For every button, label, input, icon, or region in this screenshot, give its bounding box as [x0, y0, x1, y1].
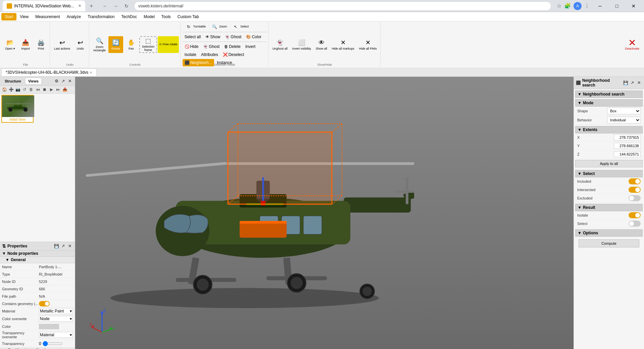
invert-visibility-button[interactable]: ⬜ Invert visibility: [290, 36, 313, 53]
menu-analyze[interactable]: Analyze: [63, 13, 85, 20]
color-swatch[interactable]: [39, 324, 59, 329]
menu-start[interactable]: Start: [1, 13, 16, 20]
ns-close-icon[interactable]: ✕: [636, 80, 642, 86]
deselect-button[interactable]: ❌ Deselect: [221, 51, 246, 58]
bookmark-icon[interactable]: ☆: [557, 3, 561, 9]
trash-icon[interactable]: 🗑: [28, 86, 34, 93]
hide-all-markups-button[interactable]: ✕ Hide all markups: [330, 36, 356, 53]
menu-icon[interactable]: ⋮: [584, 3, 590, 9]
ns-shape-select[interactable]: Box Sphere: [607, 108, 641, 114]
user-avatar[interactable]: A: [574, 2, 582, 10]
maximize-btn[interactable]: □: [609, 0, 625, 12]
transparency-overwrite-dropdown[interactable]: Material ▾: [39, 332, 73, 338]
hide-all-pmi-button[interactable]: ✕ Hide all PMIs: [357, 36, 379, 53]
ns-options-header[interactable]: ▼ Options: [575, 229, 643, 237]
hide-button[interactable]: 🚫 Hide: [183, 43, 201, 50]
ns-y-input[interactable]: [614, 143, 641, 149]
import-button[interactable]: 📥 Import: [18, 36, 33, 53]
properties-popout-icon[interactable]: ↗: [60, 243, 66, 249]
zoom-button[interactable]: 🔍 Zoom: [208, 23, 229, 31]
properties-save-icon[interactable]: 💾: [53, 243, 59, 249]
minimize-btn[interactable]: ─: [592, 0, 608, 12]
general-header[interactable]: ▼ General: [0, 257, 75, 263]
properties-close-icon[interactable]: ✕: [67, 243, 73, 249]
play-icon[interactable]: ▶: [48, 86, 54, 93]
transparency-slider[interactable]: [43, 341, 63, 346]
undo-button[interactable]: ↩ Undo: [73, 36, 88, 53]
prev-icon[interactable]: ⏮: [35, 86, 41, 93]
ghost-button[interactable]: 👻 Ghost: [223, 33, 243, 41]
views-tab[interactable]: Views: [25, 78, 42, 84]
deactivate-button[interactable]: ✕ Deactivate: [623, 36, 641, 53]
select-all-button[interactable]: Select all: [183, 33, 203, 41]
node-properties-header[interactable]: ▼ Node properties: [0, 250, 75, 257]
menu-tools[interactable]: Tools: [158, 13, 174, 20]
isolate-button[interactable]: Isolate: [183, 51, 198, 58]
initial-view-thumb[interactable]: Initial View: [1, 95, 34, 123]
close-btn[interactable]: ✕: [626, 0, 641, 12]
show-button[interactable]: 👁 Show: [203, 33, 222, 41]
forward-btn[interactable]: →: [111, 1, 120, 11]
unghost-all-button[interactable]: 👻 Unghost all: [270, 36, 290, 53]
ns-result-select-toggle[interactable]: [629, 221, 641, 227]
contains-geom-toggle[interactable]: [39, 301, 50, 306]
position-header[interactable]: ▼ Position bounding box center: [0, 347, 75, 349]
file-tab-close[interactable]: ✕: [90, 71, 92, 74]
open-button[interactable]: 📂 Open ▾: [3, 36, 17, 53]
stop-icon[interactable]: ⏹: [42, 86, 48, 93]
ns-save-icon[interactable]: 💾: [623, 80, 629, 86]
show-all-button[interactable]: 👁 Show all: [314, 36, 329, 53]
ns-result-header[interactable]: ▼ Result: [575, 204, 643, 211]
reload-btn[interactable]: ↻: [122, 1, 131, 11]
selection-frame-button[interactable]: ⬚ Selectionframe: [139, 36, 157, 53]
apply-to-all-button[interactable]: Apply to all: [575, 160, 643, 167]
tab-close[interactable]: ✕: [78, 4, 81, 8]
attributes-button[interactable]: Attributes: [199, 51, 220, 58]
menu-transformation[interactable]: Transformation: [84, 13, 118, 20]
ns-extents-header[interactable]: ▼ Extents: [575, 126, 643, 133]
last-actions-button[interactable]: ↩ Last actions: [52, 36, 72, 53]
address-bar[interactable]: vsweb.kisters.de/internal/: [134, 1, 551, 11]
panel-popout-icon[interactable]: ↗: [60, 78, 66, 84]
ns-isolate-toggle[interactable]: [629, 212, 641, 218]
back-btn[interactable]: ←: [100, 1, 110, 11]
zoom-rectangle-button[interactable]: 🔍 Zoomrectangle: [91, 36, 108, 53]
export-icon[interactable]: 📤: [62, 86, 68, 93]
ns-x-input[interactable]: [614, 134, 641, 140]
menu-measurement[interactable]: Measurement: [32, 13, 63, 20]
ns-popout-icon[interactable]: ↗: [629, 80, 635, 86]
ns-mode-header[interactable]: ▼ Mode: [575, 99, 643, 107]
menu-techdoc[interactable]: TechDoc: [118, 13, 140, 20]
panel-settings-icon[interactable]: ⚙: [53, 78, 59, 84]
ns-included-toggle[interactable]: [629, 178, 641, 184]
new-tab-btn[interactable]: +: [88, 3, 95, 9]
next-icon[interactable]: ⏭: [55, 86, 61, 93]
ns-main-header[interactable]: ▼ Neighborhood search: [575, 91, 643, 98]
compute-button[interactable]: Compute: [579, 239, 639, 247]
panel-close-icon[interactable]: ✕: [67, 78, 73, 84]
extension-icon[interactable]: 🧩: [564, 3, 571, 9]
delete-button[interactable]: 🗑 Delete: [222, 43, 243, 50]
ns-behavior-select[interactable]: Individual Combined: [607, 117, 641, 123]
color-overwrite-dropdown[interactable]: Node ▾: [39, 316, 73, 322]
ns-select-header[interactable]: ▼ Select: [575, 170, 643, 177]
ns-intersected-toggle[interactable]: [629, 187, 641, 193]
ns-z-input[interactable]: [614, 151, 641, 157]
free-rotate-button[interactable]: ⊙ Free rotate: [158, 36, 179, 53]
material-dropdown[interactable]: Metallic Paint ▾: [39, 308, 73, 314]
menu-model[interactable]: Model: [140, 13, 158, 20]
ghost-button2[interactable]: 👻 Ghost: [201, 43, 221, 50]
home-icon[interactable]: 🏠: [1, 86, 7, 93]
structure-tab[interactable]: Structure: [2, 78, 24, 84]
menu-view[interactable]: View: [16, 13, 32, 20]
print-button[interactable]: 🖨️ Print: [34, 36, 48, 53]
add-view-icon[interactable]: ➕: [8, 86, 14, 93]
rotate-button[interactable]: 🔄 Rotate: [108, 36, 123, 53]
viewport[interactable]: Z X Y: [75, 77, 574, 349]
pan-button[interactable]: ✋ Pan: [124, 36, 139, 53]
browser-tab[interactable]: INTERNAL 3DViewStation Web... ✕: [3, 1, 85, 11]
invert-button[interactable]: Invert: [243, 43, 257, 50]
select-button[interactable]: ↖ Select: [230, 23, 251, 31]
file-tab[interactable]: *3DVS\Helicopter-UH-60L-BLACKHAWK.3dvs ✕: [1, 68, 97, 76]
color-button[interactable]: 🎨 Color: [244, 33, 263, 41]
